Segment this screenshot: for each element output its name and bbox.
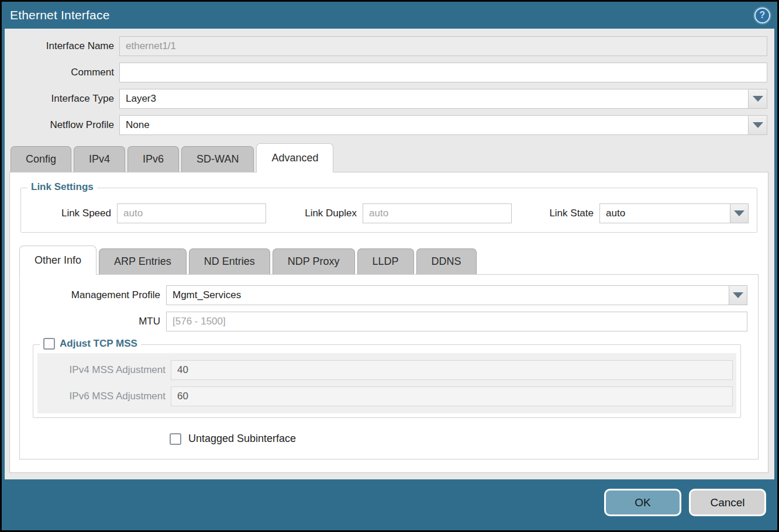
chevron-down-icon — [753, 96, 763, 102]
interface-name-row: Interface Name — [5, 36, 767, 56]
chevron-down-icon — [734, 210, 744, 216]
link-state-label: Link State — [521, 208, 599, 219]
chevron-down-icon — [753, 122, 763, 128]
comment-input[interactable] — [119, 63, 767, 82]
link-state-select[interactable] — [599, 203, 749, 223]
tab-ndp-proxy[interactable]: NDP Proxy — [273, 248, 355, 274]
interface-type-dropdown-button[interactable] — [748, 89, 767, 108]
comment-row: Comment — [5, 63, 767, 82]
link-settings-legend: Link Settings — [27, 181, 97, 193]
dialog-body: Interface Name Comment Interface Type Ne… — [5, 29, 774, 479]
management-profile-label: Management Profile — [20, 289, 166, 301]
adjust-tcp-mss-fieldset: Adjust TCP MSS IPv4 MSS Adjustment IPv6 … — [33, 344, 741, 418]
ipv6-mss-label: IPv6 MSS Adjustment — [37, 391, 171, 402]
ipv4-mss-input — [171, 360, 733, 380]
ethernet-interface-dialog: Ethernet Interface ? Interface Name Comm… — [0, 0, 779, 532]
chevron-down-icon — [733, 292, 743, 298]
mtu-input[interactable] — [166, 312, 747, 331]
dialog-footer: OK Cancel — [2, 479, 777, 530]
tab-advanced[interactable]: Advanced — [256, 143, 333, 172]
adjust-tcp-mss-legend-text: Adjust TCP MSS — [60, 338, 137, 350]
main-tab-bar: Config IPv4 IPv6 SD-WAN Advanced — [5, 143, 774, 172]
management-profile-select[interactable] — [166, 285, 747, 305]
link-speed-label: Link Speed — [29, 208, 117, 219]
untagged-subinterface-checkbox[interactable] — [170, 433, 181, 445]
interface-name-input — [119, 36, 767, 56]
title-bar: Ethernet Interface ? — [2, 2, 777, 29]
tab-other-info[interactable]: Other Info — [19, 246, 96, 275]
interface-type-row: Interface Type — [5, 89, 767, 109]
link-duplex-group: Link Duplex — [275, 203, 512, 223]
netflow-profile-row: Netflow Profile — [5, 115, 767, 135]
tab-arp-entries[interactable]: ARP Entries — [99, 248, 187, 274]
tab-lldp[interactable]: LLDP — [357, 248, 414, 274]
link-speed-group: Link Speed — [29, 203, 266, 223]
netflow-profile-label: Netflow Profile — [5, 119, 119, 131]
adjust-tcp-mss-checkbox[interactable] — [43, 338, 55, 350]
adjust-tcp-mss-legend: Adjust TCP MSS — [40, 338, 141, 350]
advanced-tab-panel: Link Settings Link Speed Link Duplex — [9, 172, 768, 473]
link-speed-input[interactable] — [117, 203, 266, 223]
mss-disabled-block: IPv4 MSS Adjustment IPv6 MSS Adjustment — [37, 353, 736, 413]
tab-ddns[interactable]: DDNS — [416, 248, 477, 274]
mtu-label: MTU — [20, 316, 166, 327]
mtu-row: MTU — [20, 312, 747, 331]
ipv4-mss-row: IPv4 MSS Adjustment — [37, 360, 736, 380]
link-state-group: Link State — [521, 203, 749, 223]
ipv4-mss-label: IPv4 MSS Adjustment — [37, 364, 171, 376]
interface-type-label: Interface Type — [5, 93, 119, 105]
link-state-dropdown-button[interactable] — [730, 203, 749, 223]
comment-label: Comment — [5, 67, 119, 78]
untagged-subinterface-label: Untagged Subinterface — [188, 433, 296, 445]
link-settings-fieldset: Link Settings Link Speed Link Duplex — [20, 188, 757, 233]
tab-ipv4[interactable]: IPv4 — [74, 146, 125, 172]
netflow-profile-dropdown-button[interactable] — [748, 116, 767, 134]
link-settings-legend-text: Link Settings — [31, 181, 94, 193]
ok-button[interactable]: OK — [604, 489, 681, 516]
tab-nd-entries[interactable]: ND Entries — [189, 248, 270, 274]
ipv6-mss-row: IPv6 MSS Adjustment — [37, 386, 736, 406]
inner-tab-bar: Other Info ARP Entries ND Entries NDP Pr… — [19, 246, 759, 274]
interface-name-label: Interface Name — [5, 40, 119, 52]
dialog-title: Ethernet Interface — [10, 8, 110, 22]
ipv6-mss-input — [171, 386, 733, 406]
cancel-button[interactable]: Cancel — [689, 489, 766, 516]
link-duplex-label: Link Duplex — [275, 208, 363, 219]
tab-config[interactable]: Config — [11, 146, 71, 172]
netflow-profile-select[interactable] — [119, 115, 767, 135]
management-profile-dropdown-button[interactable] — [729, 285, 747, 305]
other-info-panel: Management Profile MTU — [19, 274, 759, 460]
interface-type-select[interactable] — [119, 89, 767, 109]
tab-sd-wan[interactable]: SD-WAN — [181, 146, 254, 172]
management-profile-row: Management Profile — [20, 285, 747, 305]
help-icon[interactable]: ? — [754, 8, 770, 23]
tab-ipv6[interactable]: IPv6 — [127, 146, 179, 172]
untagged-subinterface-row: Untagged Subinterface — [170, 433, 747, 445]
link-duplex-input[interactable] — [363, 203, 512, 223]
